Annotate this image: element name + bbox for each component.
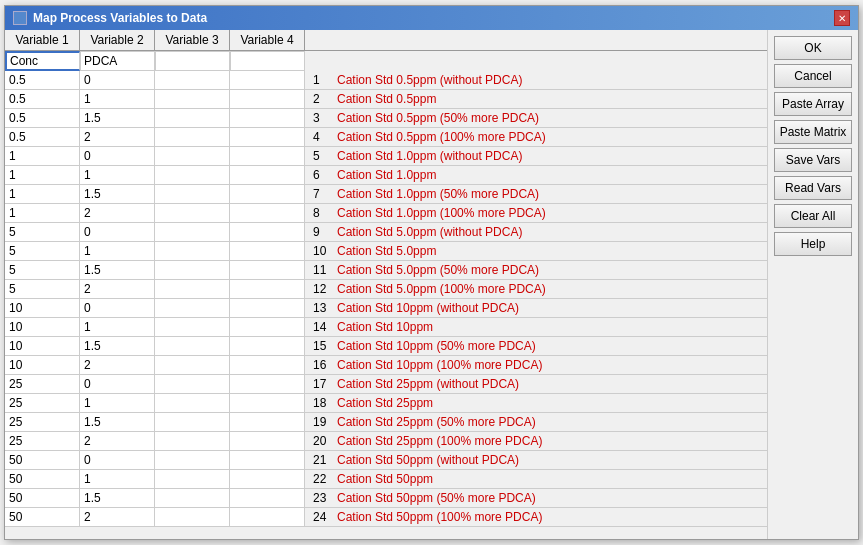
cell-var3[interactable] xyxy=(155,356,230,375)
cell-var4[interactable] xyxy=(230,242,305,261)
cell-var2[interactable]: 1.5 xyxy=(80,185,155,204)
cell-var2[interactable]: 1 xyxy=(80,394,155,413)
cell-var1[interactable]: 10 xyxy=(5,318,80,337)
cell-var3[interactable] xyxy=(155,90,230,109)
cell-var2[interactable]: 1 xyxy=(80,318,155,337)
cell-var1[interactable]: 0.5 xyxy=(5,109,80,128)
cell-var3[interactable] xyxy=(155,261,230,280)
cell-var3[interactable] xyxy=(155,413,230,432)
table-row[interactable]: 500 xyxy=(5,451,305,470)
table-row[interactable]: 11 xyxy=(5,166,305,185)
cell-var4[interactable] xyxy=(230,337,305,356)
table-row[interactable]: 101 xyxy=(5,318,305,337)
cell-var3[interactable] xyxy=(155,147,230,166)
cell-var4[interactable] xyxy=(230,90,305,109)
table-row[interactable]: 251 xyxy=(5,394,305,413)
cell-var2[interactable]: 1.5 xyxy=(80,261,155,280)
cell-var2[interactable]: 0 xyxy=(80,451,155,470)
read-vars-button[interactable]: Read Vars xyxy=(774,176,852,200)
cell-var4[interactable] xyxy=(230,470,305,489)
cell-var3[interactable] xyxy=(155,508,230,527)
cell-var1[interactable]: 10 xyxy=(5,356,80,375)
cell-var4[interactable] xyxy=(230,223,305,242)
cell-var2[interactable]: 0 xyxy=(80,375,155,394)
cell-var3[interactable] xyxy=(155,109,230,128)
cell-var1[interactable]: 5 xyxy=(5,280,80,299)
cell-var2[interactable]: 2 xyxy=(80,204,155,223)
cell-var1[interactable]: 1 xyxy=(5,204,80,223)
cell-var3[interactable] xyxy=(155,375,230,394)
cell-var2[interactable]: 2 xyxy=(80,280,155,299)
cell-var2[interactable]: 0 xyxy=(80,71,155,90)
cell-var3[interactable] xyxy=(155,242,230,261)
cell-var1[interactable]: 10 xyxy=(5,299,80,318)
cell-var2[interactable]: 0 xyxy=(80,223,155,242)
cell-var3[interactable] xyxy=(155,432,230,451)
cell-var3[interactable] xyxy=(155,223,230,242)
table-row[interactable]: 501.5 xyxy=(5,489,305,508)
cell-var2[interactable]: 1 xyxy=(80,90,155,109)
cell-var4[interactable] xyxy=(230,261,305,280)
cell-var2[interactable]: 0 xyxy=(80,147,155,166)
cell-var2[interactable]: 1.5 xyxy=(80,337,155,356)
table-row[interactable]: 52 xyxy=(5,280,305,299)
save-vars-button[interactable]: Save Vars xyxy=(774,148,852,172)
cell-var3[interactable] xyxy=(155,166,230,185)
cell-var4[interactable] xyxy=(230,147,305,166)
cell-var2[interactable]: 1.5 xyxy=(80,413,155,432)
cell-var3[interactable] xyxy=(155,128,230,147)
cell-var4[interactable] xyxy=(230,318,305,337)
cell-var2[interactable]: 1.5 xyxy=(80,489,155,508)
table-row[interactable]: 51.5 xyxy=(5,261,305,280)
cell-var1[interactable]: 25 xyxy=(5,413,80,432)
table-row[interactable]: 0.50 xyxy=(5,71,305,90)
cell-var4[interactable] xyxy=(230,280,305,299)
data-rows-area[interactable]: 0.500.510.51.50.52101111.512505151.55210… xyxy=(5,71,767,539)
table-row[interactable]: 12 xyxy=(5,204,305,223)
cell-var1[interactable]: 0.5 xyxy=(5,71,80,90)
clear-all-button[interactable]: Clear All xyxy=(774,204,852,228)
cancel-button[interactable]: Cancel xyxy=(774,64,852,88)
table-row[interactable]: 252 xyxy=(5,432,305,451)
table-row[interactable]: 0.51.5 xyxy=(5,109,305,128)
cell-var2[interactable]: 2 xyxy=(80,128,155,147)
cell-var2[interactable]: 1.5 xyxy=(80,109,155,128)
cell-var1[interactable]: 5 xyxy=(5,242,80,261)
cell-var1[interactable]: 1 xyxy=(5,185,80,204)
cell-var4[interactable] xyxy=(230,489,305,508)
cell-var4[interactable] xyxy=(230,128,305,147)
cell-var3[interactable] xyxy=(155,318,230,337)
cell-var4[interactable] xyxy=(230,109,305,128)
cell-var4[interactable] xyxy=(230,508,305,527)
cell-var3[interactable] xyxy=(155,280,230,299)
var4-header-input[interactable] xyxy=(230,51,305,71)
cell-var4[interactable] xyxy=(230,185,305,204)
cell-var2[interactable]: 0 xyxy=(80,299,155,318)
cell-var1[interactable]: 25 xyxy=(5,394,80,413)
table-row[interactable]: 51 xyxy=(5,242,305,261)
var2-header-input[interactable] xyxy=(80,51,155,71)
cell-var3[interactable] xyxy=(155,337,230,356)
table-row[interactable]: 101.5 xyxy=(5,337,305,356)
cell-var1[interactable]: 1 xyxy=(5,147,80,166)
cell-var3[interactable] xyxy=(155,185,230,204)
var1-header-input[interactable] xyxy=(5,51,80,71)
table-row[interactable]: 251.5 xyxy=(5,413,305,432)
cell-var4[interactable] xyxy=(230,71,305,90)
cell-var1[interactable]: 25 xyxy=(5,432,80,451)
paste-matrix-button[interactable]: Paste Matrix xyxy=(774,120,852,144)
cell-var1[interactable]: 5 xyxy=(5,223,80,242)
cell-var3[interactable] xyxy=(155,204,230,223)
cell-var1[interactable]: 50 xyxy=(5,489,80,508)
cell-var4[interactable] xyxy=(230,375,305,394)
cell-var3[interactable] xyxy=(155,451,230,470)
cell-var1[interactable]: 25 xyxy=(5,375,80,394)
paste-array-button[interactable]: Paste Array xyxy=(774,92,852,116)
table-row[interactable]: 102 xyxy=(5,356,305,375)
cell-var4[interactable] xyxy=(230,299,305,318)
cell-var4[interactable] xyxy=(230,356,305,375)
var3-header-input[interactable] xyxy=(155,51,230,71)
cell-var4[interactable] xyxy=(230,451,305,470)
cell-var4[interactable] xyxy=(230,432,305,451)
ok-button[interactable]: OK xyxy=(774,36,852,60)
